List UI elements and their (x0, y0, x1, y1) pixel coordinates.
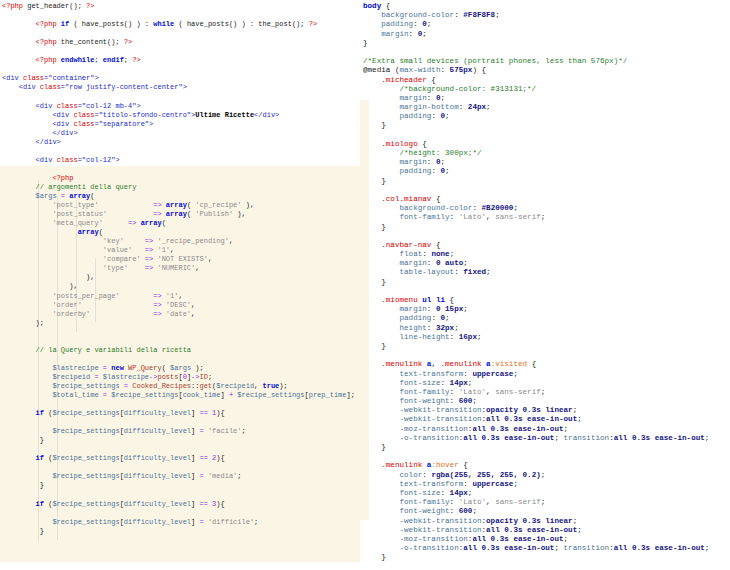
code-token: :hover (431, 461, 458, 469)
code-token (2, 20, 36, 28)
code-token: 'date' (166, 310, 191, 318)
code-token: font-family (399, 213, 449, 221)
code-token: <div (19, 83, 40, 91)
code-token: : (427, 259, 436, 267)
code-token: prep_time (309, 391, 347, 399)
code-token (363, 213, 399, 221)
code-line: } (363, 342, 728, 351)
code-token (363, 103, 399, 111)
code-line: <div class="col-12"> (2, 156, 360, 165)
code-line (2, 463, 360, 472)
code-token: ; (468, 379, 473, 387)
code-token: , (229, 237, 233, 245)
code-token (2, 201, 52, 209)
code-token: font-weight (399, 507, 449, 515)
code-token: get (199, 382, 212, 390)
code-token: $recipe_settings (52, 382, 119, 390)
code-token (2, 472, 52, 480)
code-token: 'media' (208, 472, 237, 480)
code-token: -webkit-transition (399, 406, 481, 414)
code-line (2, 47, 360, 56)
code-line: if ($recipe_settings[difficulty_level] =… (2, 409, 360, 418)
code-token (2, 129, 52, 137)
code-token (2, 38, 36, 46)
code-token: 'posts_per_page' (52, 292, 119, 300)
code-token: ; (441, 158, 446, 166)
code-line: 'post_status' => array( 'Publish' ), (2, 210, 360, 219)
code-token: $recipe_settings (52, 472, 119, 480)
code-token: : (450, 213, 459, 221)
code-token: ), (69, 282, 77, 290)
code-token (2, 273, 86, 281)
code-token: ; (254, 518, 258, 526)
code-line: ), (2, 282, 360, 291)
code-token: <div (36, 156, 57, 164)
code-token (363, 535, 399, 543)
code-token: .navbar-nav (381, 241, 431, 249)
code-token: none (431, 250, 449, 258)
code-token: class (23, 74, 44, 82)
code-token: ; (513, 480, 518, 488)
code-token (2, 102, 36, 110)
code-token (363, 471, 399, 479)
code-token (99, 201, 154, 209)
code-line: height: 32px; (363, 324, 728, 333)
code-token: } (363, 278, 386, 286)
code-token (363, 158, 399, 166)
code-token (363, 241, 381, 249)
code-token: ){ (216, 454, 224, 462)
code-token: </div> (254, 111, 279, 119)
code-token: posts (157, 373, 178, 381)
code-line (2, 445, 360, 454)
code-line: font-family: 'Lato', sans-serif; (363, 213, 728, 222)
code-line: .menulink a:hover { (363, 461, 728, 470)
code-token: $recipe_settings (52, 454, 119, 462)
code-token (363, 305, 399, 313)
code-token: $recipe_settings (52, 409, 119, 417)
code-line: $recipeid = $lastrecipe->posts[0]->ID; (2, 373, 360, 382)
code-line (2, 147, 360, 156)
code-token (2, 264, 103, 272)
code-line (363, 131, 728, 140)
code-token: 16px (459, 333, 477, 341)
code-token: .micheader (381, 76, 427, 84)
code-token: -webkit-transition (399, 517, 481, 525)
code-token: ?> (124, 38, 132, 46)
code-line: padding: 0; (363, 20, 728, 29)
code-token (363, 20, 381, 28)
code-line (2, 337, 360, 346)
code-token: , (178, 292, 182, 300)
code-token: ; (472, 507, 477, 515)
code-token: 'compare' (103, 255, 141, 263)
css-code-pane[interactable]: body { background-color: #F8F8F8; paddin… (363, 2, 728, 562)
code-token: ID (200, 373, 208, 381)
code-token: ( (69, 20, 82, 28)
code-token: padding (399, 167, 431, 175)
code-token: ="row justify-content-center"> (61, 83, 187, 91)
code-token: ; (445, 112, 450, 120)
code-token: 'key' (103, 237, 124, 245)
code-line: <?php (2, 174, 360, 183)
code-token: the_content (61, 38, 107, 46)
code-token: all 0.3s ease-in-out (486, 415, 577, 423)
code-token: -o-transition (399, 544, 458, 552)
code-token: font-size (399, 379, 440, 387)
code-line: font-weight: 600; (363, 507, 728, 516)
php-code-pane[interactable]: <?php get_header(); ?> <?php if ( have_p… (2, 2, 360, 536)
code-line: text-transform: uppercase; (363, 370, 728, 379)
code-token: '1' (157, 246, 170, 254)
code-token: { (427, 76, 436, 84)
code-token (2, 292, 52, 300)
code-token: => (153, 201, 161, 209)
code-token: 'Lato' (459, 388, 486, 396)
code-token: <?php (36, 56, 61, 64)
code-line (363, 452, 728, 461)
code-token: ="col-12 mb-4"> (78, 102, 141, 110)
code-token: ; (427, 20, 432, 28)
code-token (2, 364, 52, 372)
code-line (2, 11, 360, 20)
code-token: ; (486, 268, 491, 276)
code-token (128, 264, 145, 272)
code-token: ( (174, 20, 187, 28)
code-line: -webkit-transition:all 0.3s ease-in-out; (363, 526, 728, 535)
